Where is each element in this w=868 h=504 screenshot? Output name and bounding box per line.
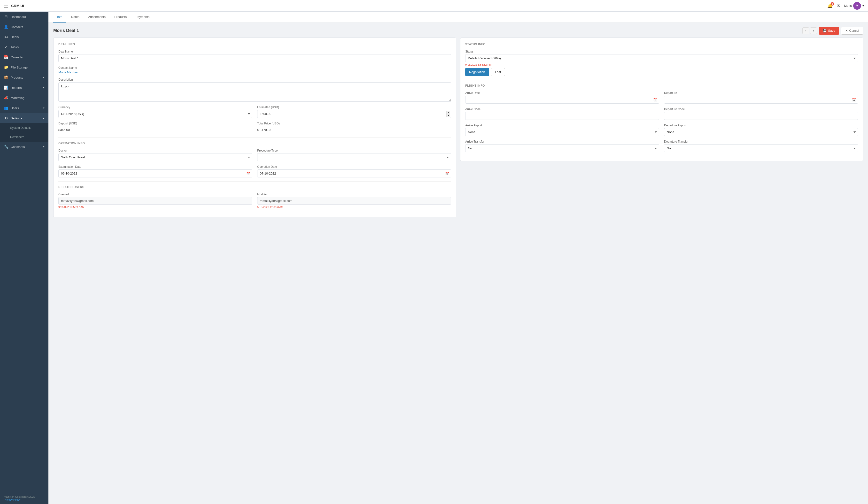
modified-email: mmazliyah@gmail.com	[257, 197, 451, 204]
status-buttons: Negotiation Lost	[465, 68, 858, 76]
sidebar-item-users[interactable]: 👥 Users ▾	[0, 103, 49, 113]
user-menu[interactable]: Moris M ▾	[844, 2, 864, 10]
cancel-button[interactable]: ✕ Cancel	[841, 27, 863, 35]
examination-date-input[interactable]	[58, 169, 252, 177]
sidebar-item-dashboard[interactable]: ⊞ Dashboard	[0, 12, 49, 22]
sidebar-label-calendar: Calendar	[11, 55, 44, 59]
departure-airport-group: Departure Airport None	[664, 124, 858, 136]
sidebar-item-settings[interactable]: ⚙ Settings ▴	[0, 113, 49, 123]
notification-button[interactable]: 🔔 1	[827, 3, 833, 9]
arrive-airport-select[interactable]: None	[465, 128, 659, 136]
sidebar-item-tasks[interactable]: ✓ Tasks	[0, 42, 49, 52]
reports-chevron-icon: ▾	[43, 86, 44, 89]
sidebar-item-contacts[interactable]: 👤 Contacts	[0, 22, 49, 32]
examination-date-calendar-icon[interactable]: 📅	[246, 172, 250, 176]
contact-name-group: Contact Name Moris Mazliyah	[58, 66, 451, 74]
description-group: Description Lipo	[58, 78, 451, 102]
deal-name-input[interactable]	[58, 54, 451, 62]
arrive-date-input[interactable]	[465, 96, 659, 104]
mail-button[interactable]: ✉	[837, 3, 840, 9]
cancel-icon: ✕	[845, 29, 848, 32]
procedure-type-select[interactable]	[257, 153, 451, 161]
departure-transfer-select[interactable]: No Yes	[664, 144, 858, 152]
sidebar-label-users: Users	[11, 106, 41, 110]
tab-attachments[interactable]: Attachments	[84, 12, 110, 22]
departure-input[interactable]	[664, 96, 858, 104]
notification-badge: 1	[831, 2, 834, 6]
arrive-transfer-group: Arrive Transfer No Yes	[465, 140, 659, 152]
arrive-transfer-select[interactable]: No Yes	[465, 144, 659, 152]
arrive-airport-label: Arrive Airport	[465, 124, 659, 127]
sidebar-item-reports[interactable]: 📊 Reports ▾	[0, 83, 49, 93]
sidebar-item-marketing[interactable]: 📣 Marketing	[0, 93, 49, 103]
operation-date-wrapper: 📅	[257, 169, 451, 177]
created-timestamp: 9/8/2022 10:58:17 AM	[58, 206, 252, 208]
total-price-group: Total Price (USD) $1,470.03	[257, 122, 451, 134]
main-layout: ⊞ Dashboard 👤 Contacts 🏷 Deals ✓ Tasks 📅…	[0, 12, 868, 504]
deal-info-card: Deal Info Deal Name Contact Name Moris M…	[53, 38, 456, 217]
settings-submenu: System Defaults Reminders	[0, 123, 49, 141]
operation-date-calendar-icon[interactable]: 📅	[445, 172, 449, 176]
operation-date-input[interactable]	[257, 169, 451, 177]
sidebar-item-calendar[interactable]: 📅 Calendar	[0, 52, 49, 62]
constants-icon: 🔧	[4, 145, 8, 149]
sidebar-item-constants[interactable]: 🔧 Constants ▾	[0, 141, 49, 152]
prev-record-button[interactable]: ‹	[802, 27, 809, 34]
tab-payments[interactable]: Payments	[132, 12, 153, 22]
lost-button[interactable]: Lost	[491, 68, 505, 76]
doctor-procedure-row: Doctor Salih Onur Basat Procedure Type	[58, 149, 451, 161]
sidebar-label-dashboard: Dashboard	[11, 15, 44, 19]
tab-products[interactable]: Products	[111, 12, 131, 22]
negotiation-button[interactable]: Negotiation	[465, 68, 489, 76]
sidebar-item-deals[interactable]: 🏷 Deals	[0, 32, 49, 42]
sidebar-item-reminders[interactable]: Reminders	[0, 133, 49, 141]
page-title: Moris Deal 1	[53, 28, 79, 33]
deposit-total-row: Deposit (USD) $345.00 Total Price (USD) …	[58, 122, 451, 134]
contact-name-label: Contact Name	[58, 66, 451, 70]
privacy-policy-link[interactable]: Privacy Policy	[4, 498, 20, 501]
doctor-select[interactable]: Salih Onur Basat	[58, 153, 252, 161]
sidebar-item-system-defaults[interactable]: System Defaults	[0, 123, 49, 133]
modified-label: Modified	[257, 193, 451, 196]
related-users-row: Created mmazliyah@gmail.com 9/8/2022 10:…	[58, 193, 451, 208]
departure-label: Departure	[664, 91, 858, 95]
status-info-section-title: Status Info	[465, 43, 858, 46]
sidebar-footer: mazliyah Copyright ©2022 Privacy Policy	[0, 492, 49, 504]
arrive-code-input[interactable]	[465, 112, 659, 120]
examination-date-label: Examination Date	[58, 165, 252, 168]
sidebar-item-products[interactable]: 📦 Products ▾	[0, 72, 49, 83]
arrive-departure-date-row: Arrive Date 📅 Departure 📅	[465, 91, 858, 104]
spin-down-button[interactable]: ▼	[446, 114, 450, 117]
save-button[interactable]: 💾 Save	[819, 27, 839, 35]
estimated-input[interactable]	[257, 110, 451, 118]
currency-select[interactable]: US Dollar (USD) Euro (EUR) British Pound…	[58, 110, 252, 118]
settings-chevron-icon: ▴	[43, 117, 44, 120]
arrive-transfer-label: Arrive Transfer	[465, 140, 659, 143]
contact-name-link[interactable]: Moris Mazliyah	[58, 71, 451, 74]
arrive-date-wrapper: 📅	[465, 96, 659, 104]
departure-calendar-icon[interactable]: 📅	[852, 98, 856, 102]
description-input[interactable]: Lipo	[58, 82, 451, 102]
next-record-button[interactable]: ›	[810, 27, 817, 34]
sidebar-item-file-storage[interactable]: 📁 File Storage	[0, 62, 49, 72]
arrive-date-label: Arrive Date	[465, 91, 659, 95]
status-label: Status	[465, 50, 858, 53]
sidebar: ⊞ Dashboard 👤 Contacts 🏷 Deals ✓ Tasks 📅…	[0, 12, 49, 504]
tab-notes[interactable]: Notes	[67, 12, 83, 22]
estimated-group: Estimated (USD) ▲ ▼	[257, 106, 451, 118]
deposit-group: Deposit (USD) $345.00	[58, 122, 252, 134]
contact-name-row: Contact Name Moris Mazliyah	[58, 66, 451, 74]
reports-icon: 📊	[4, 85, 8, 90]
menu-icon[interactable]: ☰	[4, 3, 8, 9]
departure-group: Departure 📅	[664, 91, 858, 104]
arrive-date-calendar-icon[interactable]: 📅	[653, 98, 657, 102]
doctor-group: Doctor Salih Onur Basat	[58, 149, 252, 161]
arrive-airport-departure-airport-row: Arrive Airport None Departure Airport No…	[465, 124, 858, 136]
status-select[interactable]: Details Received (20%) Negotiation Won L…	[465, 54, 858, 62]
tab-info[interactable]: Info	[53, 12, 66, 22]
sidebar-label-reports: Reports	[11, 86, 41, 90]
departure-airport-select[interactable]: None	[664, 128, 858, 136]
departure-code-input[interactable]	[664, 112, 858, 120]
estimated-label: Estimated (USD)	[257, 106, 451, 109]
spin-up-button[interactable]: ▲	[446, 111, 450, 114]
